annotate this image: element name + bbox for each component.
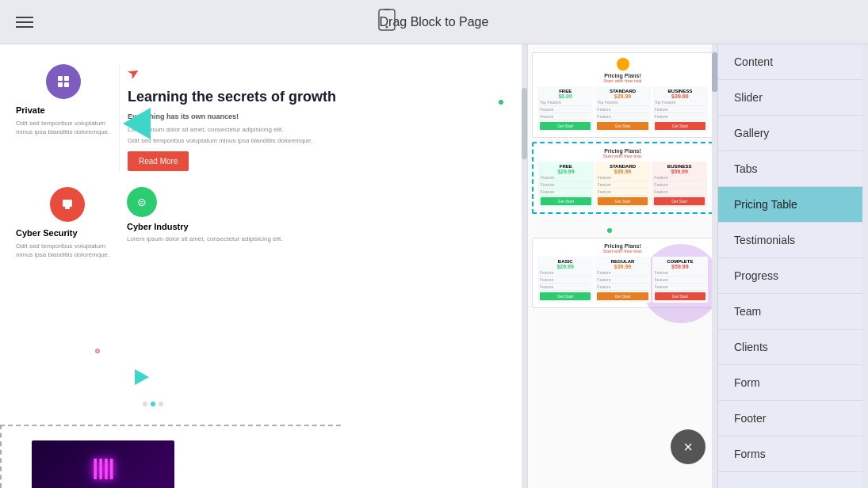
pricing-thumb-1-sub: Start with free trial — [537, 78, 708, 83]
private-card: Private Odit sed temporibus voluptatum m… — [16, 64, 119, 171]
pricing-thumb-2-sub: Start with free trial. — [538, 154, 707, 158]
pricing-thumb-3[interactable]: Pricing Plans! Start with free trial. BA… — [532, 238, 713, 308]
cyber-industry-card: ⊜ Cyber Industry Lorem ipsum dolor sit a… — [127, 187, 511, 243]
pricing-thumb-2-cols: FREE $29.99 Feature Feature Feature Get … — [538, 162, 707, 208]
cyber-industry-title: Cyber Industry — [127, 222, 511, 231]
learning-section: ➤ Learning the secrets of growth Everyth… — [119, 64, 511, 171]
pricing-col-biz-2: BUSINESS $59.99 Feature Feature Feature … — [652, 162, 707, 208]
pricing-col-free-2: FREE $29.99 Feature Feature Feature Get … — [538, 162, 594, 208]
svg-rect-8 — [65, 207, 70, 209]
cyber-industry-icon: ⊜ — [127, 187, 157, 217]
canvas-left: Private Odit sed temporibus voluptatum m… — [0, 44, 527, 488]
pricing-thumb-2-title: Pricing Plans! — [538, 148, 707, 154]
private-title: Private — [16, 105, 111, 115]
canvas-scrollbar-track[interactable] — [522, 44, 527, 488]
hamburger-menu[interactable] — [16, 17, 33, 28]
sidebar-item-content[interactable]: Content — [718, 44, 868, 80]
svg-point-1 — [385, 26, 388, 29]
canvas-inner: Private Odit sed temporibus voluptatum m… — [0, 44, 717, 488]
pricing-thumb-3-cols: BASIC $29.99 Feature Feature Feature Get… — [537, 257, 708, 303]
pricing-thumb-1-title: Pricing Plans! — [537, 73, 708, 78]
dot-green-2 — [607, 228, 612, 233]
sidebar-item-gallery[interactable]: Gallery — [718, 116, 868, 151]
neon-text: |||| — [92, 455, 113, 480]
svg-rect-7 — [63, 200, 72, 207]
pricing-col-comp-3: COMPLETE $59.99 Feature Feature Feature … — [652, 257, 708, 303]
svg-rect-2 — [384, 9, 390, 10]
pricing-thumb-2[interactable]: Pricing Plans! Start with free trial. FR… — [532, 142, 713, 214]
pricing-col-std-1: STANDARD $29.99 Top Feature Feature Feat… — [595, 86, 650, 132]
canvas-area: Private Odit sed temporibus voluptatum m… — [0, 44, 717, 488]
learning-para1: Lorem ipsum dolor sit amet, consectetur … — [128, 125, 511, 134]
pricing-thumb-1-cols: FREE $0.00 Top Feature Feature Feature G… — [537, 86, 708, 132]
private-desc: Odit sed temporibus voluptatum minus ips… — [16, 119, 111, 136]
triangle-decoration-2 — [135, 369, 149, 385]
sidebar-item-pricing-table[interactable]: Pricing Table — [718, 187, 868, 223]
sidebar-item-form[interactable]: Form — [718, 365, 868, 401]
device-icon — [378, 9, 396, 35]
pricing-thumb-3-sub: Start with free trial. — [537, 249, 708, 254]
scroll-indicator — [143, 395, 163, 413]
spacer — [528, 218, 717, 234]
cyber-security-desc: Odit sed temporibus voluptatum minus ips… — [16, 242, 119, 259]
drag-label: Drag Block to Page — [380, 15, 489, 29]
right-sidebar: Content Slider Gallery Tabs Pricing Tabl… — [717, 44, 868, 488]
pricing-thumb-3-title: Pricing Plans! — [537, 243, 708, 249]
svg-rect-6 — [64, 82, 69, 87]
pricing-col-reg-3: REGULAR $39.99 Feature Feature Feature G… — [595, 257, 650, 303]
learning-para2: Odit sed temporibus voluptatum minus ips… — [128, 136, 511, 145]
pricing-col-std-2: STANDARD $39.99 Feature Feature Feature … — [595, 162, 651, 208]
read-more-button[interactable]: Read More — [128, 151, 189, 171]
cyber-security-icon — [50, 187, 85, 222]
sidebar-item-footer[interactable]: Footer — [718, 401, 868, 437]
sidebar-item-clients[interactable]: Clients — [718, 330, 868, 365]
right-edge-scrollbar[interactable] — [862, 44, 868, 488]
main-content: Private Odit sed temporibus voluptatum m… — [0, 44, 868, 488]
svg-rect-4 — [64, 76, 69, 81]
neon-placeholder: |||| — [32, 440, 174, 488]
neon-image-area: |||| — [16, 433, 174, 488]
dot-pink — [95, 349, 100, 353]
sidebar-item-progress[interactable]: Progress — [718, 258, 868, 294]
sidebar-item-team[interactable]: Team — [718, 294, 868, 330]
top-bar: Drag Block to Page — [0, 0, 868, 44]
arrow-icon: ➤ — [124, 63, 143, 84]
sidebar-item-tabs[interactable]: Tabs — [718, 151, 868, 187]
cyber-security-card: Cyber Security Odit sed temporibus volup… — [16, 187, 119, 259]
pricing-thumb-1[interactable]: Pricing Plans! Start with free trial FRE… — [532, 52, 713, 138]
canvas-pricing-area: Pricing Plans! Start with free trial FRE… — [527, 44, 717, 488]
features-row: Private Odit sed temporibus voluptatum m… — [0, 44, 527, 171]
cyber-row: Cyber Security Odit sed temporibus volup… — [0, 171, 527, 267]
svg-rect-3 — [58, 76, 63, 81]
sidebar-item-slider[interactable]: Slider — [718, 80, 868, 116]
pricing-col-basic-3: BASIC $29.99 Feature Feature Feature Get… — [537, 257, 593, 303]
pricing-col-free-1: FREE $0.00 Top Feature Feature Feature G… — [537, 86, 593, 132]
learning-subheading: Everything has its own nuances! — [128, 112, 511, 120]
pricing-thumb-1-icon — [537, 58, 708, 71]
learning-heading: Learning the secrets of growth — [128, 88, 511, 106]
cyber-security-title: Cyber Security — [16, 228, 119, 238]
sidebar-item-forms[interactable]: Forms — [718, 437, 868, 472]
canvas-scrollbar-thumb[interactable] — [522, 88, 527, 159]
close-button[interactable]: × — [671, 429, 705, 464]
sidebar-item-testimonials[interactable]: Testimonials — [718, 223, 868, 258]
cyber-industry-desc: Lorem ipsum dolor sit amet, consectetur … — [127, 234, 511, 243]
pricing-col-biz-1: BUSINESS $39.00 Top Feature Feature Feat… — [652, 86, 708, 132]
dot-green — [499, 100, 503, 105]
private-icon — [46, 64, 81, 99]
svg-rect-5 — [58, 82, 63, 87]
triangle-decoration-1 — [123, 108, 151, 139]
